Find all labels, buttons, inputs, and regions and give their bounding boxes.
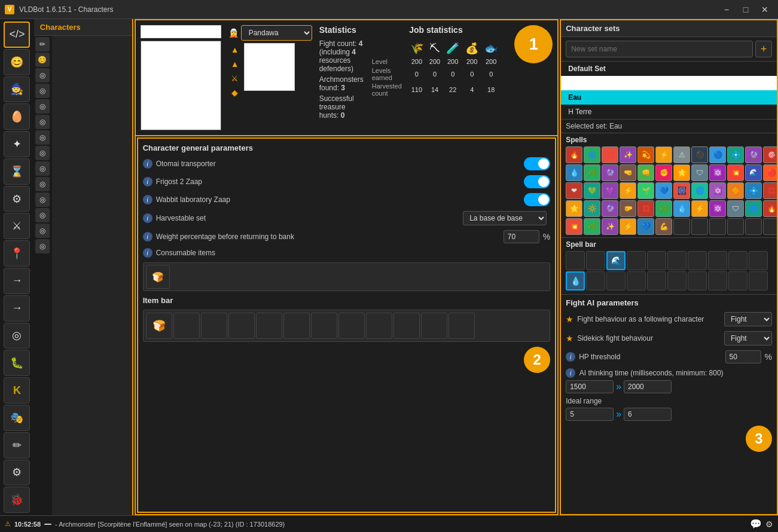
spell-slot-r4c3[interactable]: ⚡ (620, 218, 636, 235)
weight-input[interactable] (504, 230, 539, 243)
spell-slot-r3c6[interactable]: 💧 (673, 200, 690, 217)
spell-bar-slot-10[interactable] (749, 251, 768, 270)
class-dropdown[interactable]: Pandawa (241, 25, 312, 41)
spell-bar-slot-20[interactable] (749, 271, 768, 291)
spell-slot-r3c3[interactable]: 🤛 (620, 200, 636, 217)
ideal-range-to-input[interactable] (624, 408, 672, 421)
spell-bar-slot-3[interactable]: 🌊 (606, 251, 626, 270)
weight-info-btn[interactable]: i (143, 232, 152, 241)
close-button[interactable]: ✕ (756, 1, 773, 18)
fight-behaviour-dropdown[interactable]: Fight (724, 312, 772, 326)
spell-slot-r2c8[interactable]: 🔯 (709, 182, 726, 199)
spell-slot-r4c8[interactable] (709, 218, 726, 235)
spell-slot-r0c5[interactable]: ⚡ (655, 146, 672, 163)
spell-slot-r0c7[interactable]: ⚫ (691, 146, 708, 163)
spell-slot-r2c5[interactable]: 💙 (655, 182, 672, 199)
spell-bar-slot-14[interactable] (627, 271, 646, 291)
ai-thinking-to-input[interactable] (624, 380, 672, 393)
spell-slot-r1c3[interactable]: 🤜 (620, 164, 636, 181)
otomai-info-btn[interactable]: i (143, 159, 152, 169)
hp-threshold-input[interactable] (725, 350, 761, 363)
spell-slot-r2c3[interactable]: ⚡ (620, 182, 636, 199)
spell-slot-r3c4[interactable]: 💢 (637, 200, 654, 217)
otomai-toggle[interactable] (524, 157, 550, 170)
spell-slot-r1c1[interactable]: 🌿 (584, 164, 600, 181)
spell-slot-r1c0[interactable]: 💧 (566, 164, 582, 181)
spell-slot-r2c9[interactable]: 🔶 (727, 182, 744, 199)
github-icon[interactable]: ⚙ (765, 519, 773, 529)
spell-bar-slot-5[interactable] (647, 251, 666, 270)
spell-slot-r3c2[interactable]: 🔮 (602, 200, 618, 217)
add-set-button[interactable]: + (755, 41, 772, 57)
sidebar-item-map[interactable]: 📍 (4, 240, 30, 267)
sidebar-item-arrow1[interactable]: → (4, 268, 30, 294)
ai-thinking-from-input[interactable] (566, 380, 614, 393)
spell-slot-r2c1[interactable]: 💚 (584, 182, 600, 199)
frigost-info-btn[interactable]: i (143, 177, 152, 186)
spell-slot-r0c10[interactable]: 🔮 (745, 146, 762, 163)
new-set-input[interactable] (566, 41, 753, 57)
frigost-toggle[interactable] (524, 175, 550, 188)
spell-bar-slot-19[interactable] (728, 271, 748, 291)
char-name-input[interactable] (141, 25, 221, 38)
spell-slot-r3c1[interactable]: 🔆 (584, 200, 600, 217)
spell-slot-r1c8[interactable]: 🔯 (709, 164, 726, 181)
eau-set-item[interactable]: Eau (561, 90, 777, 105)
spell-slot-r2c2[interactable]: 💜 (602, 182, 618, 199)
spell-slot-r1c10[interactable]: 🌊 (745, 164, 762, 181)
char-icon-11[interactable]: ◎ (35, 192, 50, 207)
sidebar-item-face[interactable]: 😊 (4, 49, 30, 75)
consumable-info-btn[interactable]: i (143, 248, 152, 258)
spell-slot-r4c7[interactable] (691, 218, 708, 235)
sidebar-item-bug[interactable]: 🐛 (4, 350, 30, 376)
spell-slot-r1c7[interactable]: 🛡 (691, 164, 708, 181)
sidebar-item-arrow2[interactable]: → (4, 295, 30, 322)
item-slot-11[interactable] (421, 313, 447, 339)
spell-slot-r4c10[interactable] (745, 218, 762, 235)
sidebar-item-k[interactable]: K (4, 377, 30, 403)
spell-bar-slot-18[interactable] (708, 271, 727, 291)
spell-slot-r2c11[interactable]: 💢 (763, 182, 778, 199)
item-slot-3[interactable] (201, 313, 227, 339)
spell-slot-r4c5[interactable]: 💪 (655, 218, 672, 235)
char-icon-5[interactable]: ◎ (35, 99, 50, 114)
char-icon-13[interactable]: ◎ (35, 224, 50, 238)
ideal-range-from-input[interactable] (566, 408, 614, 421)
spell-slot-r1c6[interactable]: 🌟 (673, 164, 690, 181)
spell-slot-r0c3[interactable]: ✨ (620, 146, 636, 163)
item-slot-4[interactable] (228, 313, 255, 339)
spell-slot-r3c0[interactable]: ⭐ (566, 200, 582, 217)
item-slot-9[interactable] (366, 313, 392, 339)
discord-icon[interactable]: 💬 (750, 518, 762, 530)
spell-slot-r1c4[interactable]: 👊 (637, 164, 654, 181)
spell-bar-slot-13[interactable] (606, 271, 626, 291)
h-terre-set-item[interactable]: H Terre (561, 105, 777, 119)
spell-bar-slot-15[interactable] (647, 271, 666, 291)
spell-slot-r1c11[interactable]: 🔴 (763, 164, 778, 181)
spell-bar-slot-1[interactable] (566, 251, 585, 270)
sidebar-item-pencil[interactable]: ✏ (4, 432, 30, 458)
wabbit-info-btn[interactable]: i (143, 195, 152, 204)
spell-slot-r0c2[interactable]: 💢 (602, 146, 618, 163)
spell-slot-r1c9[interactable]: 💥 (727, 164, 744, 181)
spell-slot-r0c11[interactable]: 🎯 (763, 146, 778, 163)
sidebar-item-mask[interactable]: 🎭 (4, 405, 30, 431)
spell-slot-r4c4[interactable]: 💙 (637, 218, 654, 235)
char-icon-12[interactable]: ◎ (35, 208, 50, 222)
spell-bar-slot-12[interactable] (586, 271, 605, 291)
sidebar-item-settings[interactable]: ⚙ (4, 460, 30, 486)
sidebar-item-swords[interactable]: ⚔ (4, 213, 30, 239)
char-icon-3[interactable]: ◎ (35, 68, 50, 82)
item-slot-7[interactable] (311, 313, 337, 339)
consumable-slot-1[interactable]: 🍞 (146, 265, 170, 289)
spell-slot-r4c2[interactable]: ✨ (602, 218, 618, 235)
spell-slot-r4c0[interactable]: 💥 (566, 218, 582, 235)
minimize-button[interactable]: − (718, 1, 735, 18)
spell-bar-slot-7[interactable] (688, 251, 707, 270)
spell-slot-r2c10[interactable]: 💠 (745, 182, 762, 199)
spell-slot-r3c11[interactable]: 🔥 (763, 200, 778, 217)
char-icon-1[interactable]: ✏ (35, 37, 50, 51)
spell-bar-slot-4[interactable] (627, 251, 646, 270)
default-set-item[interactable]: Default Set (561, 62, 777, 76)
sidebar-item-hourglass[interactable]: ⌛ (4, 158, 30, 185)
